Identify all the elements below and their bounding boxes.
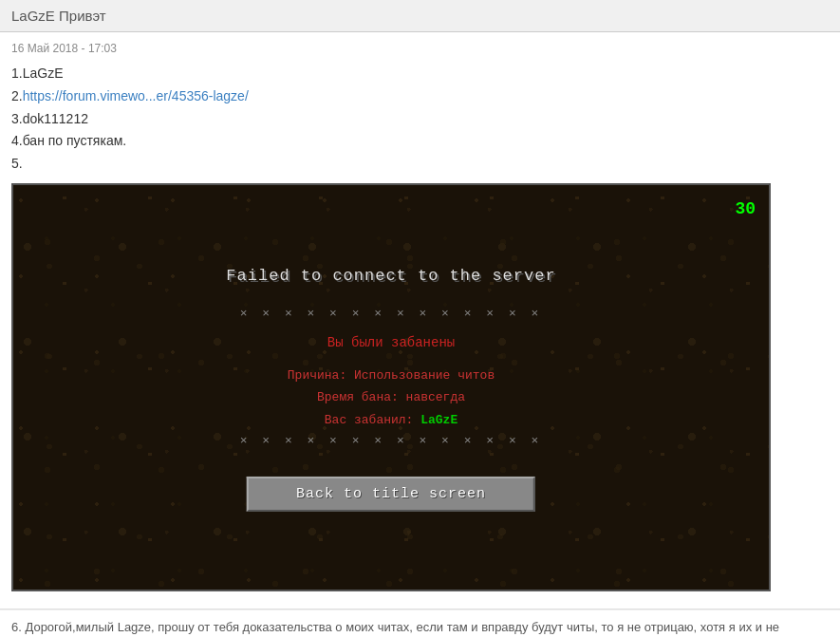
mc-button-wrapper: Back to title screen	[51, 459, 731, 512]
post-body: 16 Май 2018 - 17:03 1.LaGzE 2.https://fo…	[0, 32, 840, 609]
post-content: 1.LaGzE 2.https://forum.vimewo...er/4535…	[11, 63, 829, 591]
post-line1: 1.LaGzE	[11, 63, 829, 85]
page-header: LaGzE Привэт	[0, 0, 840, 32]
mc-content: Failed to connect to the server × × × × …	[51, 263, 731, 512]
mc-reason-block: Причина: Использование читов Время бана:…	[51, 365, 731, 431]
post-date: 16 Май 2018 - 17:03	[11, 42, 829, 55]
mc-fail-title: Failed to connect to the server	[51, 263, 731, 290]
mc-banned-by-prefix: Вас забанил:	[325, 413, 420, 427]
mc-divider2: × × × × × × × × × × × × × ×	[51, 431, 731, 452]
post-line4: 4.бан по пустякам.	[11, 130, 829, 153]
post-line3: 3.dok111212	[11, 108, 829, 131]
post-number: 5.	[11, 153, 829, 176]
header-title: LaGzE Привэт	[11, 8, 106, 24]
mc-reason-label: Причина: Использование читов	[51, 365, 731, 386]
mc-banned-by-name: LaGzE	[420, 413, 457, 427]
post-line2-prefix: 2.	[11, 88, 23, 103]
post-link[interactable]: https://forum.vimewo...er/45356-lagze/	[23, 88, 249, 103]
page-wrapper: LaGzE Привэт 16 Май 2018 - 17:03 1.LaGzE…	[0, 0, 840, 637]
mc-divider1: × × × × × × × × × × × × × ×	[51, 304, 731, 325]
mc-banned-by: Вас забанил: LaGzE	[51, 409, 731, 431]
mc-time-label: Время бана: навсегда	[51, 386, 731, 408]
post-footer: 6. Дорогой,милый Lagze, прошу от тебя до…	[0, 609, 840, 637]
mc-counter: 30	[735, 195, 756, 224]
mc-banned-text: Вы были забанены	[51, 332, 731, 355]
post-line2: 2.https://forum.vimewo...er/45356-lagze/	[11, 85, 829, 108]
back-to-title-button[interactable]: Back to title screen	[247, 477, 535, 512]
minecraft-screenshot: 30 Failed to connect to the server × × ×…	[11, 183, 771, 591]
